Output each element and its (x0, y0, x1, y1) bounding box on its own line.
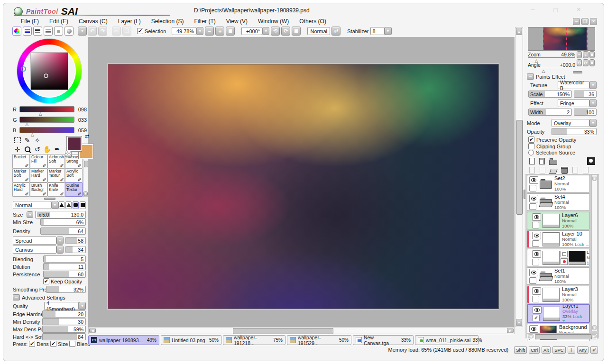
layer-checkbox[interactable] (532, 240, 539, 247)
min-density-slider[interactable]: 30 (42, 318, 86, 325)
scroll-up-icon[interactable]: ▲ (592, 176, 597, 181)
scrollbar-thumb[interactable] (233, 328, 333, 334)
max-dens-slider[interactable]: 59% (42, 326, 86, 333)
edge-shape-curve-icon[interactable] (65, 201, 72, 209)
effect-width-slider[interactable]: Width 2 (528, 109, 572, 116)
zoom-in-button[interactable]: ＋ (215, 27, 224, 36)
tab-new-canvas[interactable]: New Canvas.tga33% (353, 335, 414, 345)
size-value[interactable]: 130.0 (71, 212, 83, 218)
brush-blend-mode-dropdown[interactable] (51, 201, 58, 209)
child-close-button[interactable]: ✕ (590, 18, 597, 25)
rotate-cw-button[interactable]: ⟳ (281, 27, 290, 36)
any-key-indicator[interactable]: Any (577, 346, 589, 354)
layer-visibility-toggle[interactable] (529, 195, 538, 202)
layer-visibility-toggle[interactable] (532, 213, 541, 221)
zoom-out-button[interactable]: − (205, 27, 214, 36)
canvas-hscrollbar[interactable]: ◀ ▶ (88, 327, 515, 334)
rotate-view-icon[interactable]: ↺ (32, 145, 42, 154)
canvas-texture-slider[interactable]: 34 (65, 246, 86, 253)
hand-tool-icon[interactable]: ✋ (42, 145, 52, 154)
layer-thumbnail[interactable] (543, 251, 560, 265)
layer-row-set2[interactable]: Set2Normal100% (527, 175, 590, 192)
child-restore-button[interactable]: ❐ (581, 18, 589, 25)
nav-angle-reset-button[interactable] (589, 59, 595, 66)
rotate-ccw-button[interactable]: ⟲ (271, 27, 280, 36)
layer-mask-button[interactable] (587, 157, 595, 165)
move-tool-icon[interactable]: ✛ (12, 145, 22, 154)
layer-visibility-toggle[interactable] (532, 250, 541, 258)
scroll-down-icon[interactable]: ▼ (83, 191, 88, 196)
eyedropper-icon[interactable]: ✒ (52, 145, 62, 154)
invert-selection-button[interactable]: ❐ (122, 27, 131, 36)
edge-shape-round-icon[interactable] (73, 201, 79, 209)
brush-acrylic-hard[interactable]: AcrylicHard✐ (12, 182, 30, 197)
nav-zoom-in-button[interactable]: ＋ (583, 51, 589, 58)
scroll-up-icon[interactable]: ▲ (516, 28, 522, 35)
saturation-value-square[interactable] (31, 53, 68, 90)
brush-panel-resize-handle[interactable] (44, 198, 55, 200)
swap-colors-icon[interactable]: ⇄ (85, 133, 89, 139)
stabilizer-value[interactable]: 8 (370, 27, 385, 35)
layer-visibility-toggle[interactable] (529, 176, 538, 184)
edge-shape-sharp-icon[interactable] (58, 201, 64, 209)
mask-link-badge[interactable] (561, 251, 568, 257)
layer-checkbox[interactable] (532, 296, 539, 302)
redo-button[interactable]: ↷ (98, 27, 107, 36)
tab-wallpaper-1908939[interactable]: Pswallpaper-190893...49% (88, 335, 159, 345)
brush-grid-scrollbar[interactable]: ▲ ▼ (83, 154, 88, 197)
quality-dropdown[interactable] (79, 302, 86, 310)
layer-row-set4[interactable]: Set4Normal100% (527, 193, 590, 211)
angle-dropdown-button[interactable] (262, 27, 269, 35)
zoom-reset-button[interactable] (226, 27, 235, 36)
texture-strength-slider[interactable]: 36 (574, 91, 597, 98)
flip-horizontal-button[interactable]: ⇄ (331, 27, 340, 36)
layer-list-scrollbar[interactable]: ▲ ▼ (591, 175, 598, 331)
lasso-icon[interactable]: ✎ (22, 136, 32, 145)
deselect-button[interactable]: ✂ (112, 27, 121, 36)
scroll-right-icon[interactable]: ▶ (507, 328, 514, 333)
selection-checkbox[interactable] (137, 28, 143, 34)
undo-button[interactable]: ↶ (88, 27, 97, 36)
new-layer-button[interactable] (529, 158, 535, 164)
zoom-tool-icon[interactable] (22, 145, 32, 154)
mask-pin-badge[interactable] (561, 258, 568, 265)
layer-thumbnail[interactable] (543, 214, 560, 228)
child-minimize-button[interactable]: ─ (573, 18, 580, 25)
alt-key-indicator[interactable]: Alt (542, 346, 551, 354)
menu-file[interactable]: File (F) (16, 17, 44, 26)
texture-value[interactable]: Watercolor B (558, 81, 589, 89)
layer-visibility-toggle[interactable] (529, 269, 538, 276)
scrollbar-thumb[interactable] (516, 120, 523, 215)
dilution-slider[interactable]: 11 (43, 263, 86, 270)
layer-row-layer1-selected[interactable]: ✐ Layer1Overlay33% Lock T... (527, 304, 590, 323)
magic-wand-icon[interactable]: ✧ (32, 136, 42, 145)
min-size-slider[interactable]: 6% (40, 218, 86, 226)
new-layer-set-button[interactable] (549, 160, 557, 165)
canvas-vscrollbar[interactable]: ▲ ▼ (515, 27, 523, 327)
mode-dropdown[interactable] (589, 119, 597, 127)
nav-angle-slider[interactable]: Angle +000.0 (528, 62, 575, 68)
navigator[interactable] (528, 27, 595, 51)
effect-value[interactable]: Fringe (558, 99, 589, 107)
layer-thumbnail[interactable] (543, 307, 560, 321)
layer-row-layer6[interactable]: Layer6Normal100% (527, 212, 590, 229)
brush-blend-mode[interactable]: Normal (13, 201, 51, 209)
canvas-image[interactable] (108, 64, 499, 309)
paint-lock-badge[interactable]: ✐ (533, 315, 540, 321)
sv-marker[interactable] (44, 73, 48, 78)
density-slider[interactable]: 64 (40, 228, 86, 235)
scroll-down-icon[interactable]: ▼ (592, 325, 597, 330)
preserve-opacity-checkbox[interactable] (528, 136, 534, 143)
brush-colour-fill[interactable]: ColourFill✐ (30, 154, 47, 168)
menu-selection[interactable]: Selection (S) (146, 17, 189, 26)
effect-strength-slider[interactable]: 100 (574, 109, 597, 116)
brush-marker-texture[interactable]: MarkerTextur✐ (47, 168, 65, 182)
texture-dropdown[interactable] (589, 81, 597, 89)
angle-reset-button[interactable] (292, 27, 301, 36)
angle-value[interactable]: +000° (241, 27, 262, 35)
tab-wallpaper-191218[interactable]: wallpaper-191218...75% (223, 335, 285, 345)
menu-window[interactable]: Window (W) (253, 17, 294, 26)
smoothing-slider[interactable]: 32% (46, 286, 86, 293)
layer-checkbox[interactable] (532, 259, 539, 265)
canvas-viewport[interactable] (88, 37, 515, 327)
